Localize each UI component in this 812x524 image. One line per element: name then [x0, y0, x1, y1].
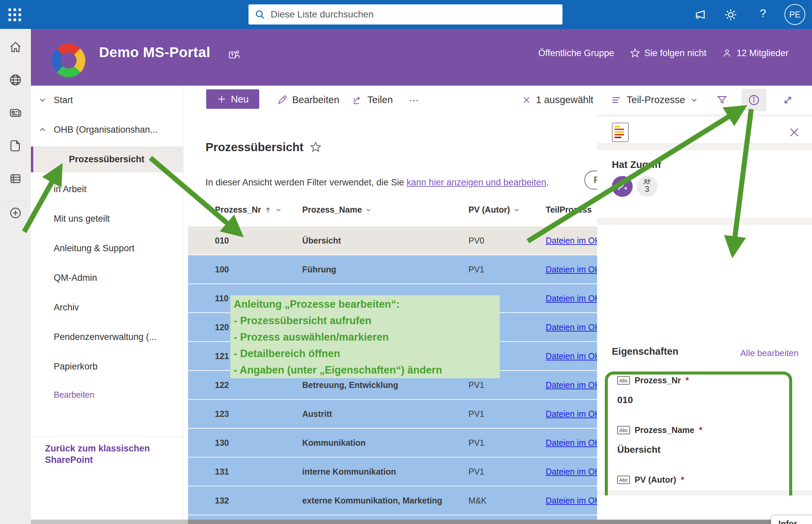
app-launcher-waffle-icon[interactable]	[7, 7, 22, 22]
home-icon[interactable]	[9, 40, 22, 54]
list-database-icon[interactable]	[9, 172, 22, 185]
megaphone-icon[interactable]	[693, 8, 706, 21]
sidebar-item-pendenzenverwaltung[interactable]: Pendenzenverwaltung (...	[31, 327, 183, 347]
clear-selection-button[interactable]: 1 ausgewählt	[522, 86, 593, 114]
sidebar-item-start[interactable]: Start	[31, 90, 183, 110]
chevron-down-icon	[38, 95, 47, 105]
view-selector[interactable]: Teil-Prozesse	[611, 86, 698, 114]
horizontal-scrollbar[interactable]	[31, 520, 812, 524]
table-row[interactable]: 100 Führung PV1 Dateien im OH	[188, 255, 597, 283]
share-icon	[352, 95, 363, 105]
table-row[interactable]: 132 externe Kommunikation, Marketing M&K…	[188, 486, 597, 514]
sidebar-item-mit-uns-geteilt[interactable]: Mit uns geteilt	[31, 209, 183, 229]
document-icon[interactable]	[9, 139, 22, 152]
people-icon	[643, 179, 651, 185]
nav-divider	[31, 437, 183, 437]
text-field-type-icon: Abc	[617, 376, 630, 384]
details-info-button[interactable]	[742, 89, 766, 111]
command-bar: Neu Bearbeiten Teilen ··· 1 ausgewählt T…	[183, 86, 812, 114]
filter-pill-button[interactable]: Fil	[584, 170, 597, 190]
pencil-icon	[277, 95, 287, 105]
sidebar-item-ohb[interactable]: OHB (Organisationshan...	[31, 119, 183, 140]
user-avatar[interactable]: PE	[784, 4, 805, 25]
filter-funnel-icon	[716, 94, 728, 106]
more-commands-button[interactable]: ···	[409, 86, 419, 114]
list-search-box[interactable]	[249, 4, 563, 24]
column-header-pv-autor[interactable]: PV (Autor)	[468, 205, 520, 215]
site-logo[interactable]	[52, 44, 85, 77]
access-members-avatar[interactable]: 3	[637, 176, 658, 197]
site-navigation: Start OHB (Organisationshan... Prozessüb…	[31, 86, 183, 520]
table-row-partial[interactable]	[188, 515, 597, 520]
chevron-up-icon	[38, 125, 47, 134]
create-plus-icon[interactable]	[9, 206, 22, 220]
chevron-down-icon	[365, 206, 372, 214]
sidebar-item-qm-admin[interactable]: QM-Admin	[31, 268, 183, 288]
field-value[interactable]: 010	[617, 395, 689, 406]
chevron-down-icon	[513, 206, 520, 214]
details-panel: Hat Zugriff 3 Zugriff verwalten Eigensch…	[597, 114, 812, 520]
person-icon	[722, 48, 732, 59]
site-meta: Öffentliche Gruppe Sie folgen nicht 12 M…	[538, 48, 789, 59]
annotation-instructions-box: Anleitung „Prozesse bearbeiten“: - Proze…	[230, 295, 500, 378]
chevron-down-icon	[690, 96, 698, 104]
globe-icon[interactable]	[9, 73, 22, 87]
column-header-teilprozess[interactable]: TeilProzess	[546, 205, 592, 215]
suite-bar: ? PE	[0, 0, 812, 29]
table-row[interactable]: 123 Austritt PV1 Dateien im OH	[188, 400, 597, 428]
info-tooltip-partial: Infor	[771, 515, 812, 524]
help-icon[interactable]: ?	[756, 7, 770, 20]
access-section: Hat Zugriff 3 Zugriff verwalten	[597, 150, 812, 218]
table-row[interactable]: 130 Kommunikation PV1 Dateien im OH	[188, 429, 597, 457]
nav-edit-link[interactable]: Bearbeiten	[54, 390, 94, 400]
new-button[interactable]: Neu	[206, 89, 259, 109]
access-title: Hat Zugriff	[612, 159, 661, 170]
share-button[interactable]: Teilen	[352, 86, 393, 114]
edit-button[interactable]: Bearbeiten	[277, 86, 339, 114]
rail-divider	[3, 201, 28, 201]
follow-button[interactable]: Sie folgen nicht	[630, 48, 707, 59]
close-panel-icon[interactable]	[788, 126, 800, 139]
sidebar-item-prozessuebersicht[interactable]: Prozessübersicht	[31, 146, 183, 172]
sidebar-item-archiv[interactable]: Archiv	[31, 297, 183, 317]
scrollbar-thumb[interactable]	[188, 520, 812, 524]
edit-all-link[interactable]: Alle bearbeiten	[741, 348, 799, 358]
filter-notice-link[interactable]: kann hier anzeigen und bearbeiten	[407, 177, 546, 187]
plus-icon	[217, 94, 227, 104]
table-header-row: Prozess_Nr Prozess_Name PV (Autor) TeilP…	[183, 200, 597, 220]
settings-gear-icon[interactable]	[724, 8, 738, 21]
filter-button[interactable]	[716, 86, 728, 114]
table-row[interactable]: 010 Übersicht PV0 Dateien im OH	[188, 226, 597, 255]
sidebar-item-in-arbeit[interactable]: in Arbeit	[31, 179, 183, 199]
list-item-icon	[612, 122, 629, 142]
classic-sharepoint-link[interactable]: Zurück zum klassischen SharePoint	[45, 443, 156, 465]
favorite-star-icon[interactable]	[310, 141, 322, 153]
text-field-type-icon: Abc	[617, 426, 630, 434]
field-prozess-nr: Abc Prozess_Nr* 010	[617, 376, 689, 406]
app-rail	[0, 29, 31, 524]
sort-ascending-icon	[264, 206, 272, 214]
members-button[interactable]: 12 Mitglieder	[722, 48, 789, 59]
grant-access-avatar[interactable]	[612, 176, 633, 197]
sidebar-item-papierkorb[interactable]: Papierkorb	[31, 356, 183, 377]
fullscreen-button[interactable]	[782, 86, 794, 114]
site-title[interactable]: Demo MS-Portal	[99, 44, 210, 61]
text-field-type-icon: Abc	[617, 476, 630, 484]
sidebar-item-anleitung-support[interactable]: Anleitung & Support	[31, 238, 183, 258]
expand-diagonal-icon	[782, 94, 794, 106]
list-content: Prozessübersicht In dieser Ansicht werde…	[183, 114, 597, 520]
teams-icon	[228, 48, 241, 61]
news-icon[interactable]	[9, 106, 22, 119]
page-title: Prozessübersicht	[205, 141, 322, 154]
search-input[interactable]	[270, 9, 547, 20]
table-row[interactable]: 131 interne Kommunikation PV1 Dateien im…	[188, 458, 597, 486]
chevron-down-icon	[275, 206, 282, 214]
column-header-prozess-name[interactable]: Prozess_Name	[302, 205, 372, 215]
filter-notice: In dieser Ansicht werden Filter verwende…	[205, 177, 549, 188]
star-icon	[630, 48, 641, 59]
close-icon	[522, 95, 531, 105]
column-header-prozess-nr[interactable]: Prozess_Nr	[215, 205, 282, 215]
field-value[interactable]: Übersicht	[617, 444, 702, 455]
site-header: Demo MS-Portal Öffentliche Gruppe Sie fo…	[31, 29, 812, 86]
group-type-label: Öffentliche Gruppe	[538, 48, 614, 59]
